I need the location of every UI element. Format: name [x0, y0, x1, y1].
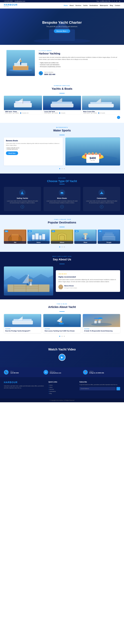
svg-point-45: [61, 193, 63, 194]
hero-cta-button[interactable]: Discover More +: [54, 29, 70, 33]
svg-rect-75: [105, 232, 113, 234]
choose-title-2: Motor Boats: [46, 197, 78, 199]
dest-card-4[interactable]: $45 Rome: [74, 230, 97, 244]
ws-book-button[interactable]: Book Now: [6, 152, 18, 155]
dot-2: [62, 168, 62, 169]
yacht-card-img-2: [43, 96, 81, 110]
articles-divider: [60, 311, 64, 312]
dest-price-2: $60: [28, 230, 32, 232]
footer-subscribe: Subscribe To get info about our offers, …: [79, 381, 120, 394]
ws-content: Banana Boats Lorem ipsum dolor sit amet …: [4, 138, 120, 166]
yacht-card-info-3: Motor Cruiser Elite Lorem Ipsum 🛏 4 Cabi…: [82, 110, 120, 114]
about-yacht-illustration: [6, 50, 35, 76]
svg-rect-54: [9, 237, 12, 241]
articles-section: FIND & BLOG Articles About Yacht YACHTIN…: [0, 300, 124, 341]
choose-btn-3[interactable]: +: [100, 205, 103, 208]
dot-1: [59, 168, 60, 169]
nav-destinations[interactable]: Destinations: [89, 5, 98, 6]
articles-heading: Articles About Yacht: [4, 305, 120, 309]
ws-pagination: [4, 167, 120, 170]
about-section: A LITTLE ABOUT Harbour Yachting Lorem ip…: [0, 45, 124, 81]
ws-heading: Water Sports: [4, 129, 120, 132]
subscribe-email-input[interactable]: [79, 387, 116, 390]
test-heading: Say About Us: [4, 258, 120, 261]
test-author-info: Marion Brown 15 Aug 23, 2013 5:45am: [64, 285, 77, 289]
dest-heading: Popular Destinations: [4, 221, 120, 224]
fc-value-1: +123 456 5454: [10, 372, 19, 374]
yacht-card-img-1: [4, 96, 42, 110]
yacht-next-button[interactable]: ›: [117, 116, 120, 119]
fc-text-2: Write to us info@harbour.com: [50, 370, 61, 374]
topbar-phone1: +123 456 5454: [4, 0, 12, 2]
footer-link-3[interactable]: Services: [49, 388, 75, 390]
dest-card-5[interactable]: $55 Perugia: [98, 230, 120, 244]
ws-feature-2: Premises add service: [6, 148, 61, 150]
svg-rect-21: [62, 98, 62, 102]
dest-card-2[interactable]: $60 Venice: [27, 230, 50, 244]
nav-blog[interactable]: Blog: [110, 5, 113, 6]
article-title-2: How Luxury Yachting Can Fulfill Your Dre…: [45, 330, 79, 332]
test-author: Marion Brown 15 Aug 23, 2013 5:45am: [58, 284, 118, 289]
ws-features: Feature add with service Premises add se…: [6, 147, 61, 150]
choose-grid: Sailing Yachts Lorem ipsum dolor sit ame…: [4, 187, 120, 211]
dest-card-3[interactable]: $75 Athens: [51, 230, 73, 244]
about-tag: A LITTLE ABOUT: [39, 50, 118, 51]
articles-grid: YACHTING How Are Prestige Yachts Designe…: [4, 314, 120, 333]
yacht-card-info-1: 100ft Yacht - Polara Lorem Ipsum 🛏 3 Cab…: [4, 110, 42, 114]
nav-home[interactable]: Home: [64, 5, 68, 6]
dest-label-1: Sail: [4, 241, 26, 244]
dest-price-5: $55: [98, 230, 102, 232]
svg-point-10: [20, 60, 22, 62]
social-linkedin[interactable]: in: [116, 0, 117, 2]
video-heading: Watch Yacht Video: [48, 348, 76, 351]
ws-feature-1: Feature add with service: [6, 147, 61, 148]
footer-link-1[interactable]: Home: [49, 384, 75, 386]
about-feature-1: Highly trained and certified crew: [39, 62, 118, 64]
nav-watersports[interactable]: Watersports: [100, 5, 108, 6]
copyright-text: © Copyright 2024 Harbour | All Rights Re…: [50, 400, 74, 401]
motor-boat-icon: [60, 191, 64, 195]
choose-btn-1[interactable]: +: [21, 205, 24, 208]
dest-pagination: [4, 246, 120, 248]
fc-label-3: Address: [89, 371, 94, 372]
choose-divider: [60, 184, 64, 184]
logo: HARBOUR EST. 2010: [4, 4, 18, 8]
footer-link-2[interactable]: About: [49, 386, 75, 388]
footer-link-4[interactable]: Destinations: [49, 390, 75, 392]
dest-price-1: $50: [5, 230, 8, 232]
article-title-3: A Guide To Responsible Social Distancing: [84, 330, 119, 332]
choose-btn-2[interactable]: +: [60, 205, 64, 208]
social-instagram[interactable]: ig: [119, 0, 120, 2]
yacht-svg-2: [43, 96, 81, 110]
choose-card-motor: Motor Boats Lorem ipsum dolor sit amet c…: [44, 187, 81, 211]
nav-about[interactable]: About: [69, 5, 74, 6]
social-facebook[interactable]: f: [112, 0, 112, 2]
social-twitter[interactable]: t: [114, 0, 115, 2]
nav-contact[interactable]: Contact: [115, 5, 120, 6]
test-divider: [60, 264, 64, 264]
fc-value-3: 34 Big St, 22 23445 USA: [89, 372, 104, 374]
play-button[interactable]: ▶: [59, 354, 65, 361]
footer-contact-item-2: ✉ Write to us info@harbour.com: [44, 370, 81, 374]
about-text: A LITTLE ABOUT Harbour Yachting Lorem ip…: [39, 50, 118, 76]
footer-link-5[interactable]: Blog: [49, 392, 75, 394]
footer-about-text: Subscribe to get latest news, update and…: [4, 385, 45, 389]
subscribe-submit-button[interactable]: ›: [117, 387, 120, 390]
choose-title-1: Sailing Yachts: [6, 197, 38, 199]
nav-yachts[interactable]: Yachts: [83, 5, 88, 6]
choose-desc-1: Lorem ipsum dolor sit amet consectetur a…: [6, 200, 38, 204]
dest-card-1[interactable]: $50 Sail: [4, 230, 26, 244]
footer-logo: HARBOUR: [4, 381, 45, 384]
yacht-title-2: Luxury Sail Yacht: [44, 111, 80, 112]
sailing-yacht-icon: [20, 191, 24, 195]
water-sports-section: WATERSPORTS Water Sports Banana Boats Lo…: [0, 123, 124, 174]
yachts-divider: [60, 93, 64, 94]
yachts-section: HARBOUR SERVICES Yachts & Boats 100ft Ya…: [0, 81, 124, 123]
footer-contact-item-1: 📞 Call us +123 456 5454: [4, 370, 41, 374]
nav-services[interactable]: Services: [75, 5, 81, 6]
yacht-card-3: Motor Cruiser Elite Lorem Ipsum 🛏 4 Cabi…: [82, 96, 120, 114]
author-avatar-img: [58, 284, 63, 289]
test-author-name: Marion Brown: [64, 285, 77, 286]
yacht-card-2: Luxury Sail Yacht Lorem Ipsum 🛏 2 Cabins…: [43, 96, 81, 114]
article-svg-1: [4, 314, 41, 327]
